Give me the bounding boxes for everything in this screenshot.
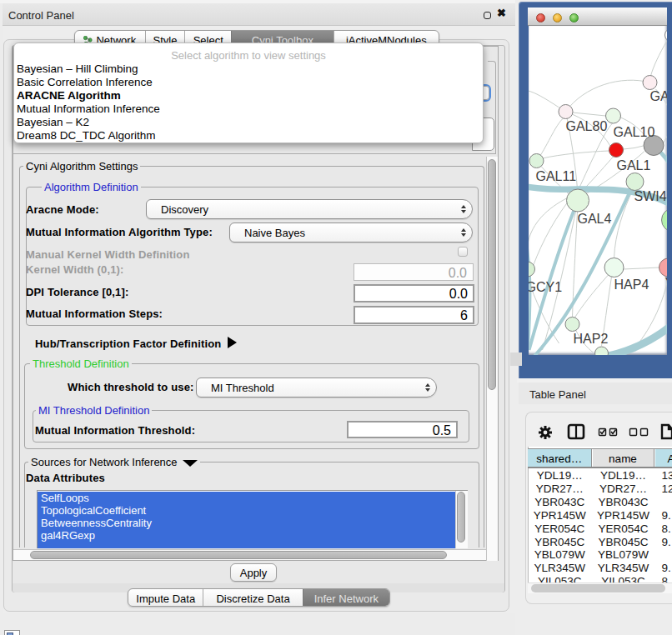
svg-text:GAL2: GAL2 bbox=[649, 89, 667, 103]
svg-text:GAL80: GAL80 bbox=[565, 119, 607, 133]
svg-text:GCY1: GCY1 bbox=[529, 280, 562, 294]
svg-text:GAL4: GAL4 bbox=[577, 212, 611, 226]
svg-text:GAL1: GAL1 bbox=[616, 158, 650, 172]
svg-text:Y: Y bbox=[664, 276, 667, 290]
svg-text:HAP2: HAP2 bbox=[573, 332, 608, 346]
svg-text:GAL11: GAL11 bbox=[535, 169, 576, 183]
svg-text:SWI4: SWI4 bbox=[634, 189, 666, 203]
svg-text:GAL10: GAL10 bbox=[613, 125, 654, 139]
svg-text:HAP4: HAP4 bbox=[614, 278, 649, 292]
